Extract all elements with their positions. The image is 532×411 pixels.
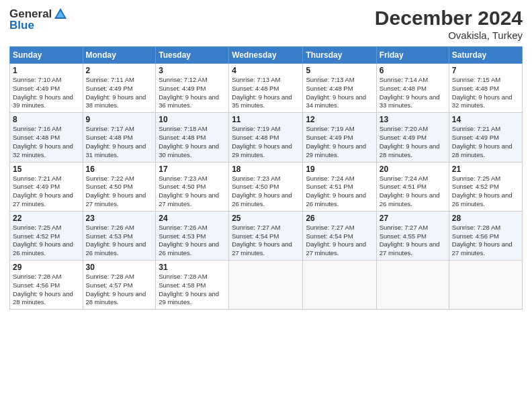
day-detail: Sunrise: 7:13 AMSunset: 4:48 PMDaylight:… <box>306 76 366 109</box>
table-row: 25Sunrise: 7:27 AMSunset: 4:54 PMDayligh… <box>229 211 303 260</box>
day-detail: Sunrise: 7:27 AMSunset: 4:54 PMDaylight:… <box>232 224 292 257</box>
title-area: December 2024 Ovakisla, Turkey <box>375 7 523 41</box>
day-detail: Sunrise: 7:12 AMSunset: 4:49 PMDaylight:… <box>159 76 219 109</box>
day-detail: Sunrise: 7:16 AMSunset: 4:48 PMDaylight:… <box>13 125 73 158</box>
day-number: 6 <box>380 66 446 75</box>
day-detail: Sunrise: 7:22 AMSunset: 4:50 PMDaylight:… <box>86 175 146 208</box>
table-row: 20Sunrise: 7:24 AMSunset: 4:51 PMDayligh… <box>376 162 449 211</box>
day-detail: Sunrise: 7:28 AMSunset: 4:57 PMDaylight:… <box>86 273 146 306</box>
table-row <box>229 261 303 310</box>
table-row: 18Sunrise: 7:23 AMSunset: 4:50 PMDayligh… <box>229 162 303 211</box>
day-detail: Sunrise: 7:17 AMSunset: 4:48 PMDaylight:… <box>86 125 146 158</box>
table-row: 8Sunrise: 7:16 AMSunset: 4:48 PMDaylight… <box>10 113 83 162</box>
table-row: 17Sunrise: 7:23 AMSunset: 4:50 PMDayligh… <box>156 162 229 211</box>
table-row: 28Sunrise: 7:28 AMSunset: 4:56 PMDayligh… <box>449 211 522 260</box>
col-saturday: Saturday <box>449 47 522 64</box>
table-row: 7Sunrise: 7:15 AMSunset: 4:48 PMDaylight… <box>449 64 522 113</box>
location-title: Ovakisla, Turkey <box>375 30 523 41</box>
day-detail: Sunrise: 7:13 AMSunset: 4:48 PMDaylight:… <box>232 76 292 109</box>
day-detail: Sunrise: 7:27 AMSunset: 4:55 PMDaylight:… <box>380 224 440 257</box>
day-number: 18 <box>232 165 300 174</box>
day-number: 21 <box>452 165 519 174</box>
day-detail: Sunrise: 7:20 AMSunset: 4:49 PMDaylight:… <box>380 125 440 158</box>
col-sunday: Sunday <box>10 47 83 64</box>
day-detail: Sunrise: 7:21 AMSunset: 4:49 PMDaylight:… <box>13 175 73 208</box>
page-container: General Blue December 2024 Ovakisla, Tur… <box>0 0 532 315</box>
day-number: 13 <box>380 115 446 124</box>
day-detail: Sunrise: 7:24 AMSunset: 4:51 PMDaylight:… <box>380 175 440 208</box>
day-number: 9 <box>86 115 153 124</box>
day-number: 8 <box>13 115 80 124</box>
day-number: 10 <box>159 115 226 124</box>
day-number: 2 <box>86 66 153 75</box>
day-number: 25 <box>232 214 300 223</box>
table-row <box>376 261 449 310</box>
table-row: 5Sunrise: 7:13 AMSunset: 4:48 PMDaylight… <box>303 64 376 113</box>
day-number: 15 <box>13 165 80 174</box>
day-number: 20 <box>380 165 446 174</box>
day-number: 31 <box>159 263 226 272</box>
col-monday: Monday <box>83 47 156 64</box>
table-row: 19Sunrise: 7:24 AMSunset: 4:51 PMDayligh… <box>303 162 376 211</box>
day-detail: Sunrise: 7:27 AMSunset: 4:54 PMDaylight:… <box>306 224 366 257</box>
table-row: 24Sunrise: 7:26 AMSunset: 4:53 PMDayligh… <box>156 211 229 260</box>
col-wednesday: Wednesday <box>229 47 303 64</box>
table-row: 15Sunrise: 7:21 AMSunset: 4:49 PMDayligh… <box>10 162 83 211</box>
day-detail: Sunrise: 7:10 AMSunset: 4:49 PMDaylight:… <box>13 76 73 109</box>
day-detail: Sunrise: 7:28 AMSunset: 4:58 PMDaylight:… <box>159 273 219 306</box>
day-number: 29 <box>13 263 80 272</box>
table-row: 13Sunrise: 7:20 AMSunset: 4:49 PMDayligh… <box>376 113 449 162</box>
col-thursday: Thursday <box>303 47 376 64</box>
day-detail: Sunrise: 7:19 AMSunset: 4:49 PMDaylight:… <box>306 125 366 158</box>
table-row: 23Sunrise: 7:26 AMSunset: 4:53 PMDayligh… <box>83 211 156 260</box>
table-row: 26Sunrise: 7:27 AMSunset: 4:54 PMDayligh… <box>303 211 376 260</box>
table-row: 6Sunrise: 7:14 AMSunset: 4:48 PMDaylight… <box>376 64 449 113</box>
day-detail: Sunrise: 7:15 AMSunset: 4:48 PMDaylight:… <box>452 76 513 109</box>
table-row: 2Sunrise: 7:11 AMSunset: 4:49 PMDaylight… <box>83 64 156 113</box>
col-tuesday: Tuesday <box>156 47 229 64</box>
calendar-header-row: Sunday Monday Tuesday Wednesday Thursday… <box>10 47 523 64</box>
day-number: 17 <box>159 165 226 174</box>
col-friday: Friday <box>376 47 449 64</box>
table-row: 1Sunrise: 7:10 AMSunset: 4:49 PMDaylight… <box>10 64 83 113</box>
day-number: 12 <box>306 115 373 124</box>
day-detail: Sunrise: 7:26 AMSunset: 4:53 PMDaylight:… <box>159 224 219 257</box>
table-row: 31Sunrise: 7:28 AMSunset: 4:58 PMDayligh… <box>156 261 229 310</box>
day-number: 30 <box>86 263 153 272</box>
day-detail: Sunrise: 7:28 AMSunset: 4:56 PMDaylight:… <box>452 224 513 257</box>
day-number: 23 <box>86 214 153 223</box>
logo-area: General Blue <box>9 7 68 32</box>
day-number: 28 <box>452 214 519 223</box>
day-number: 22 <box>13 214 80 223</box>
table-row: 9Sunrise: 7:17 AMSunset: 4:48 PMDaylight… <box>83 113 156 162</box>
day-detail: Sunrise: 7:21 AMSunset: 4:49 PMDaylight:… <box>452 125 513 158</box>
table-row: 12Sunrise: 7:19 AMSunset: 4:49 PMDayligh… <box>303 113 376 162</box>
day-detail: Sunrise: 7:24 AMSunset: 4:51 PMDaylight:… <box>306 175 366 208</box>
table-row: 22Sunrise: 7:25 AMSunset: 4:52 PMDayligh… <box>10 211 83 260</box>
day-detail: Sunrise: 7:28 AMSunset: 4:56 PMDaylight:… <box>13 273 73 306</box>
day-detail: Sunrise: 7:14 AMSunset: 4:48 PMDaylight:… <box>380 76 440 109</box>
table-row: 30Sunrise: 7:28 AMSunset: 4:57 PMDayligh… <box>83 261 156 310</box>
day-detail: Sunrise: 7:23 AMSunset: 4:50 PMDaylight:… <box>232 175 292 208</box>
calendar-table: Sunday Monday Tuesday Wednesday Thursday… <box>9 46 523 310</box>
day-number: 11 <box>232 115 300 124</box>
logo-blue-text: Blue <box>9 19 34 32</box>
day-detail: Sunrise: 7:26 AMSunset: 4:53 PMDaylight:… <box>86 224 146 257</box>
table-row: 27Sunrise: 7:27 AMSunset: 4:55 PMDayligh… <box>376 211 449 260</box>
table-row: 11Sunrise: 7:19 AMSunset: 4:48 PMDayligh… <box>229 113 303 162</box>
day-detail: Sunrise: 7:11 AMSunset: 4:49 PMDaylight:… <box>86 76 146 109</box>
day-number: 24 <box>159 214 226 223</box>
table-row <box>449 261 522 310</box>
header: General Blue December 2024 Ovakisla, Tur… <box>9 7 523 41</box>
day-number: 16 <box>86 165 153 174</box>
table-row: 3Sunrise: 7:12 AMSunset: 4:49 PMDaylight… <box>156 64 229 113</box>
day-number: 19 <box>306 165 373 174</box>
day-number: 27 <box>380 214 446 223</box>
day-number: 4 <box>232 66 300 75</box>
day-detail: Sunrise: 7:23 AMSunset: 4:50 PMDaylight:… <box>159 175 219 208</box>
month-title: December 2024 <box>375 7 523 29</box>
day-number: 26 <box>306 214 373 223</box>
day-number: 1 <box>13 66 80 75</box>
day-number: 7 <box>452 66 519 75</box>
day-detail: Sunrise: 7:18 AMSunset: 4:48 PMDaylight:… <box>159 125 219 158</box>
